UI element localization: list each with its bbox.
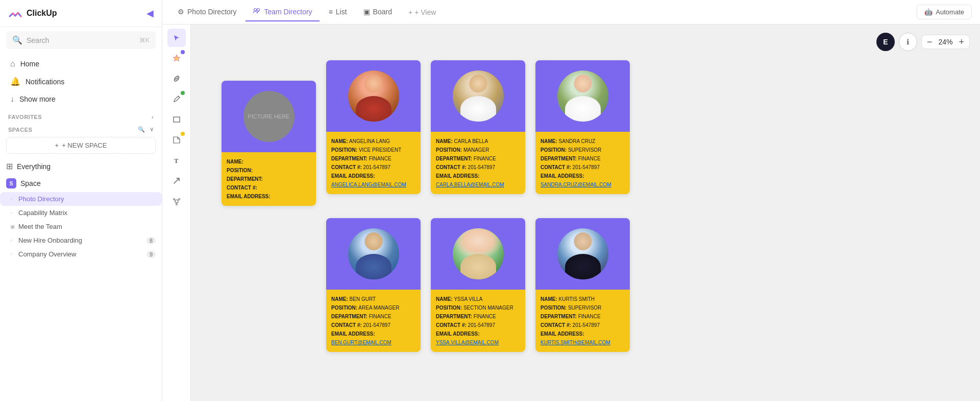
svg-point-0	[254, 9, 257, 11]
text-tool[interactable]: T	[167, 151, 186, 170]
angelina-name: ANGELINA LANG	[349, 138, 390, 144]
svg-point-7	[176, 204, 177, 205]
template-email-label: EMAIL ADDRESS:	[227, 194, 271, 199]
plus-icon: +	[408, 8, 412, 16]
sidebar-item-notifications[interactable]: 🔔 Notifications	[4, 73, 158, 90]
kurtis-email[interactable]: kurtis.smith@email.com	[541, 340, 610, 345]
sandra-name: SANDRA CRUZ	[559, 138, 596, 144]
card-top-carla	[431, 60, 525, 132]
tab-board[interactable]: ▣ Board	[356, 4, 399, 21]
sidebar-item-space[interactable]: S Space	[0, 175, 162, 192]
sidebar-show-more-label: Show more	[19, 95, 56, 103]
ben-position: AREA MANAGER	[358, 305, 399, 311]
favorites-expand-icon[interactable]: ›	[152, 114, 154, 120]
tab-list[interactable]: ≡ List	[322, 4, 354, 21]
main-content: ⚙ Photo Directory Team Directory ≡ List …	[162, 0, 980, 401]
card-photo-kurtis	[557, 228, 608, 279]
tab-team-directory[interactable]: Team Directory	[246, 3, 319, 21]
spaces-chevron-icon[interactable]: ∨	[150, 126, 154, 133]
yssa-name: YSSA VILLA	[454, 296, 482, 302]
spaces-actions: 🔍 ∨	[138, 126, 154, 133]
space-badge: S	[6, 178, 16, 188]
carla-dept: FINANCE	[474, 156, 496, 161]
ben-email[interactable]: ben.gurt@email.com	[331, 340, 391, 345]
search-shortcut: ⌘K	[139, 37, 150, 44]
space-label: Space	[20, 179, 41, 187]
logo-area: ClickUp	[8, 6, 57, 20]
team-icon	[253, 7, 261, 16]
user-avatar[interactable]: E	[876, 33, 895, 51]
sandra-email[interactable]: sandra.cruz@email.com	[541, 182, 611, 187]
spaces-search-icon[interactable]: 🔍	[138, 126, 145, 133]
everything-label: Everything	[17, 162, 51, 171]
card-bottom-angelina: NAME: ANGELINA LANG POSITION: VICE PRESI…	[326, 132, 421, 194]
new-space-button[interactable]: + + NEW SPACE	[6, 137, 156, 154]
template-card-top: PICTURE HERE	[222, 81, 316, 152]
employee-card-sandra: NAME: SANDRA CRUZ POSITION: SUPERVISOR D…	[535, 60, 630, 194]
sidebar-item-photo-directory[interactable]: Photo Directory	[0, 192, 162, 206]
svg-line-8	[175, 200, 176, 200]
sidebar-item-meet-the-team[interactable]: Meet the Team	[0, 220, 162, 233]
rectangle-tool[interactable]	[167, 110, 186, 129]
employee-card-yssa: NAME: YSSA VILLA POSITION: SECTION MANAG…	[431, 218, 525, 352]
yssa-email[interactable]: yssa.villa@email.com	[436, 340, 499, 345]
sidebar-item-company-overview[interactable]: Company Overview 9	[0, 247, 162, 261]
logo-text: ClickUp	[27, 9, 57, 18]
sidebar-item-capability-matrix[interactable]: Capability Matrix	[0, 206, 162, 220]
info-button[interactable]: ℹ	[899, 33, 917, 51]
cards-row-1: PICTURE HERE NAME: POSITION: DEPARTMENT:…	[222, 60, 630, 206]
svg-rect-2	[174, 117, 180, 122]
search-bar[interactable]: 🔍 Search ⌘K	[6, 31, 156, 49]
pencil-tool[interactable]	[167, 90, 186, 108]
new-hire-count-badge: 8	[146, 237, 156, 244]
tab-photo-directory[interactable]: ⚙ Photo Directory	[170, 4, 243, 21]
arrow-tool[interactable]	[167, 172, 186, 190]
template-card: PICTURE HERE NAME: POSITION: DEPARTMENT:…	[222, 81, 316, 206]
svg-point-1	[257, 9, 260, 11]
automate-button[interactable]: 🤖 Automate	[917, 5, 972, 19]
new-hire-onboarding-label: New Hire Onboarding	[18, 237, 82, 244]
home-icon: ⌂	[10, 59, 15, 68]
picture-placeholder: PICTURE HERE	[243, 91, 295, 142]
sidebar-item-new-hire-onboarding[interactable]: New Hire Onboarding 8	[0, 233, 162, 247]
nav-items: ⌂ Home 🔔 Notifications ↓ Show more	[0, 53, 162, 110]
cursor-tool[interactable]	[167, 29, 186, 47]
template-contact-label: CONTACT #:	[227, 185, 257, 191]
sidebar-item-everything[interactable]: ⊞ Everything	[0, 158, 162, 175]
ben-dept: FINANCE	[369, 314, 391, 319]
left-toolbar: T	[162, 25, 191, 401]
connections-tool[interactable]	[167, 192, 186, 210]
sidebar-item-show-more[interactable]: ↓ Show more	[4, 90, 158, 108]
carla-email[interactable]: carla.bella@email.com	[436, 182, 504, 187]
zoom-out-button[interactable]: −	[927, 37, 933, 46]
card-bottom-yssa: NAME: YSSA VILLA POSITION: SECTION MANAG…	[431, 290, 525, 352]
plus-icon: +	[55, 141, 59, 149]
card-top-kurtis	[535, 218, 630, 290]
spaces-section-header: SPACES 🔍 ∨	[0, 122, 162, 135]
card-top-angelina	[326, 60, 421, 132]
employee-card-carla: NAME: CARLA BELLA POSITION: MANAGER DEPA…	[431, 60, 525, 194]
ben-contact: 201-547897	[363, 322, 390, 328]
angelina-contact: 201-547897	[363, 164, 390, 170]
card-bottom-carla: NAME: CARLA BELLA POSITION: MANAGER DEPA…	[431, 132, 525, 194]
automate-icon: 🤖	[924, 8, 933, 16]
link-tool[interactable]	[167, 69, 186, 88]
kurtis-dept: FINANCE	[578, 314, 601, 319]
add-view-button[interactable]: + + View	[401, 4, 443, 20]
angelina-position: VICE PRESIDENT	[359, 147, 401, 153]
meet-the-team-label: Meet the Team	[18, 223, 62, 230]
sidebar: ClickUp ◀ 🔍 Search ⌘K ⌂ Home 🔔 Notificat…	[0, 0, 162, 401]
sandra-contact: 201-547897	[573, 164, 600, 170]
zoom-in-button[interactable]: +	[959, 37, 964, 46]
sticky-note-tool[interactable]	[167, 131, 186, 149]
zoom-controls: − 24% +	[921, 35, 970, 49]
sidebar-home-label: Home	[20, 60, 39, 68]
canvas[interactable]: E ℹ − 24% + PICTURE HERE	[191, 25, 980, 401]
card-bottom-kurtis: NAME: KURTIS SMITH POSITION: SUPERVISOR …	[535, 290, 630, 352]
collapse-sidebar-button[interactable]: ◀	[146, 8, 154, 19]
angelina-email[interactable]: angelica.lang@email.com	[331, 182, 406, 187]
color-picker-tool[interactable]	[167, 49, 186, 67]
sidebar-item-home[interactable]: ⌂ Home	[4, 55, 158, 73]
search-placeholder: Search	[27, 36, 135, 44]
card-photo-ben	[348, 228, 399, 279]
